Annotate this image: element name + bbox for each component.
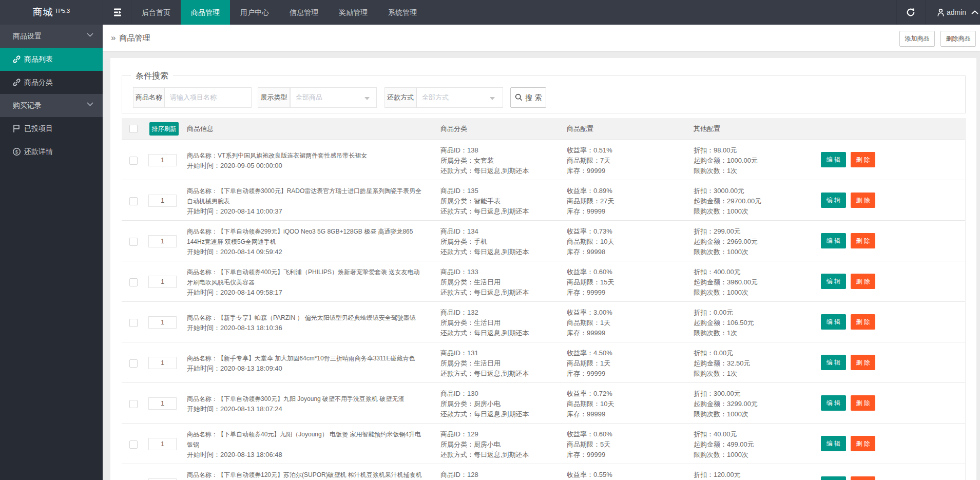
- svg-text:$: $: [15, 149, 18, 155]
